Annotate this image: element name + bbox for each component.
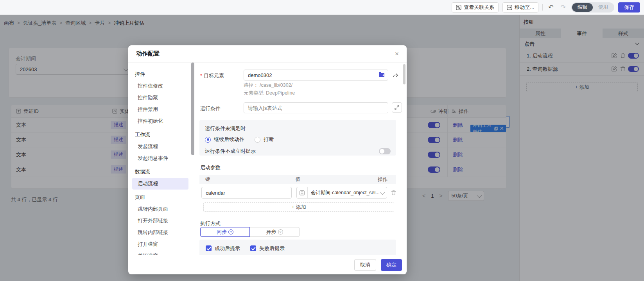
action-type-menu: 控件 控件值修改 控件隐藏 控件禁用 控件初始化 工作流 发起流程 发起消息事件… bbox=[128, 63, 192, 255]
view-relations-label: 查看关联关系 bbox=[464, 4, 494, 11]
fail-tip-checkbox[interactable]: 失败后提示 bbox=[250, 245, 285, 252]
modal-header: 动作配置 × bbox=[128, 45, 407, 63]
top-toolbar: 查看关联关系 移动至... ↶ ↷ 编辑 使用 保存 bbox=[0, 0, 644, 15]
menu-item-open-external-link[interactable]: 打开外部链接 bbox=[132, 215, 188, 227]
condition-unmet-title: 运行条件未满足时 bbox=[205, 125, 391, 132]
radio-icon bbox=[255, 137, 260, 143]
condition-fallback-panel: 运行条件未满足时 继续后续动作 打断 运行条件不成立时提示 bbox=[199, 120, 396, 156]
condition-tip-label: 运行条件不成立时提示 bbox=[205, 148, 256, 155]
add-param-button[interactable]: + 添加 bbox=[203, 202, 394, 212]
menu-item-open-popup[interactable]: 打开弹窗 bbox=[132, 238, 188, 250]
exec-mode-label: 执行方式 bbox=[200, 220, 221, 227]
move-to-label: 移动至... bbox=[515, 4, 534, 11]
help-icon: ? bbox=[228, 229, 233, 234]
folder-picker-icon[interactable] bbox=[379, 72, 385, 78]
menu-group-widget: 控件 bbox=[128, 68, 192, 80]
confirm-button[interactable]: 确定 bbox=[381, 259, 402, 271]
mode-toggle: 编辑 使用 bbox=[571, 2, 614, 13]
menu-group-dataflow: 数据流 bbox=[128, 166, 192, 178]
menu-item-close-popup[interactable]: 关闭弹窗 bbox=[132, 250, 188, 255]
menu-group-workflow: 工作流 bbox=[128, 129, 192, 141]
sync-option[interactable]: 同步 ? bbox=[200, 227, 250, 237]
target-element-input[interactable] bbox=[244, 70, 388, 81]
start-params-label: 启动参数 bbox=[200, 164, 221, 171]
params-header-row: 键 值 操作 bbox=[199, 175, 396, 184]
radio-icon bbox=[205, 137, 211, 143]
relations-icon bbox=[456, 5, 461, 10]
param-value-select[interactable]: 会计期间-calendar_object_sel... bbox=[296, 187, 387, 199]
menu-item-goto-internal-link[interactable]: 跳转内部链接 bbox=[132, 227, 188, 238]
target-path-hint: 路径： /case_lib/0302/ bbox=[244, 82, 292, 89]
action-config-modal: 动作配置 × 控件 控件值修改 控件隐藏 控件禁用 控件初始化 工作流 发起流程… bbox=[128, 45, 407, 274]
redo-icon[interactable]: ↷ bbox=[559, 4, 567, 11]
radio-continue-actions[interactable]: 继续后续动作 bbox=[205, 136, 244, 143]
open-target-icon[interactable] bbox=[393, 72, 398, 78]
run-condition-input[interactable] bbox=[244, 102, 388, 113]
help-icon: ? bbox=[278, 229, 283, 234]
target-type-hint: 元素类型: DeepPipeline bbox=[244, 90, 295, 97]
modal-scrollbar[interactable] bbox=[403, 64, 405, 84]
modal-body: 控件 控件值修改 控件隐藏 控件禁用 控件初始化 工作流 发起流程 发起消息事件… bbox=[128, 63, 407, 255]
modal-footer: 取消 确定 bbox=[128, 255, 407, 274]
menu-item-widget-hide[interactable]: 控件隐藏 bbox=[132, 92, 188, 104]
param-key-input[interactable] bbox=[201, 187, 292, 199]
variable-list-icon bbox=[297, 187, 308, 198]
async-option[interactable]: 异步 ? bbox=[250, 227, 300, 237]
target-element-label: *目标元素 bbox=[200, 72, 224, 79]
checkbox-checked-icon bbox=[206, 245, 212, 251]
menu-item-widget-value-change[interactable]: 控件值修改 bbox=[132, 80, 188, 92]
success-tip-checkbox[interactable]: 成功后提示 bbox=[206, 245, 240, 252]
mode-use-button[interactable]: 使用 bbox=[593, 3, 614, 12]
save-button[interactable]: 保存 bbox=[618, 2, 640, 13]
expand-editor-icon[interactable] bbox=[392, 102, 402, 113]
close-icon[interactable]: × bbox=[395, 50, 399, 57]
action-config-form: *目标元素 路径： /case_lib/0302/ 元素类型: DeepPipe… bbox=[199, 63, 397, 255]
undo-icon[interactable]: ↶ bbox=[547, 4, 555, 11]
view-relations-button[interactable]: 查看关联关系 bbox=[452, 2, 499, 13]
menu-item-start-message-event[interactable]: 发起消息事件 bbox=[132, 152, 188, 164]
notify-panel: 成功后提示 失败后提示 bbox=[199, 240, 396, 255]
menu-item-goto-internal-page[interactable]: 跳转内部页面 bbox=[132, 203, 188, 215]
param-value-text: 会计期间-calendar_object_sel... bbox=[308, 190, 380, 196]
run-condition-label: 运行条件 bbox=[200, 105, 221, 112]
move-to-button[interactable]: 移动至... bbox=[502, 2, 538, 13]
radio-interrupt[interactable]: 打断 bbox=[255, 136, 274, 143]
chevron-down-icon bbox=[380, 190, 385, 195]
menu-group-page: 页面 bbox=[128, 192, 192, 203]
condition-tip-toggle[interactable] bbox=[379, 148, 391, 154]
menu-item-start-pipeline[interactable]: 启动流程 bbox=[132, 178, 188, 190]
menu-item-widget-init[interactable]: 控件初始化 bbox=[132, 115, 188, 127]
menu-item-start-workflow[interactable]: 发起流程 bbox=[132, 141, 188, 152]
menu-item-widget-disable[interactable]: 控件禁用 bbox=[132, 104, 188, 115]
cancel-button[interactable]: 取消 bbox=[354, 259, 376, 271]
menu-scrollbar[interactable] bbox=[191, 63, 194, 155]
toolbar-divider bbox=[542, 4, 543, 11]
move-to-icon bbox=[507, 5, 512, 10]
checkbox-checked-icon bbox=[250, 245, 256, 251]
exec-mode-segmented: 同步 ? 异步 ? bbox=[200, 227, 300, 237]
modal-title: 动作配置 bbox=[136, 50, 160, 57]
trash-icon[interactable] bbox=[391, 190, 396, 196]
mode-edit-button[interactable]: 编辑 bbox=[572, 3, 593, 12]
